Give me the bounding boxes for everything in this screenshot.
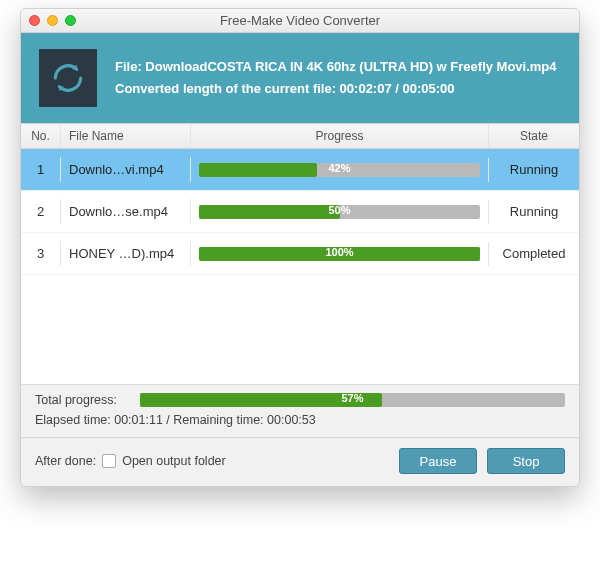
open-output-label: Open output folder [122,454,226,468]
titlebar: Free-Make Video Converter [21,9,579,33]
table-header: No. File Name Progress State [21,123,579,149]
row-filename: Downlo…vi.mp4 [61,157,191,182]
open-output-checkbox[interactable] [102,454,116,468]
current-length-label: Converted length of the current file: 00… [115,78,557,100]
table-empty-area [21,275,579,385]
row-progress-pct: 42% [199,162,480,174]
row-no: 1 [21,157,61,182]
row-no: 2 [21,199,61,224]
total-progress-label: Total progress: [35,393,130,407]
window-title: Free-Make Video Converter [21,13,579,28]
pause-button[interactable]: Pause [399,448,477,474]
row-state: Running [489,199,579,224]
stop-button[interactable]: Stop [487,448,565,474]
col-state: State [489,124,579,148]
status-banner: File: DownloadCOSTA RICA IN 4K 60hz (ULT… [21,33,579,123]
row-progress: 100% [191,242,489,266]
row-progress-pct: 100% [199,246,480,258]
col-no: No. [21,124,61,148]
app-window: Free-Make Video Converter File: Download… [20,8,580,487]
col-filename: File Name [61,124,191,148]
row-state: Completed [489,241,579,266]
row-progress-pct: 50% [199,204,480,216]
table-row[interactable]: 1Downlo…vi.mp442%Running [21,149,579,191]
divider [21,437,579,438]
file-table: No. File Name Progress State 1Downlo…vi.… [21,123,579,385]
total-progress-pct: 57% [140,392,565,404]
col-progress: Progress [191,124,489,148]
current-file-label: File: DownloadCOSTA RICA IN 4K 60hz (ULT… [115,56,557,78]
row-progress: 42% [191,158,489,182]
footer: Total progress: 57% Elapsed time: 00:01:… [21,385,579,486]
row-filename: HONEY …D).mp4 [61,241,191,266]
convert-icon [39,49,97,107]
row-filename: Downlo…se.mp4 [61,199,191,224]
after-done-label: After done: [35,454,96,468]
table-row[interactable]: 3HONEY …D).mp4100%Completed [21,233,579,275]
time-label: Elapsed time: 00:01:11 / Remaining time:… [35,413,565,427]
table-row[interactable]: 2Downlo…se.mp450%Running [21,191,579,233]
total-progress-row: Total progress: 57% [35,393,565,407]
banner-text: File: DownloadCOSTA RICA IN 4K 60hz (ULT… [115,56,557,100]
row-no: 3 [21,241,61,266]
total-progress-bar: 57% [140,393,565,407]
row-progress: 50% [191,200,489,224]
bottom-bar: After done: Open output folder Pause Sto… [35,448,565,474]
row-state: Running [489,157,579,182]
